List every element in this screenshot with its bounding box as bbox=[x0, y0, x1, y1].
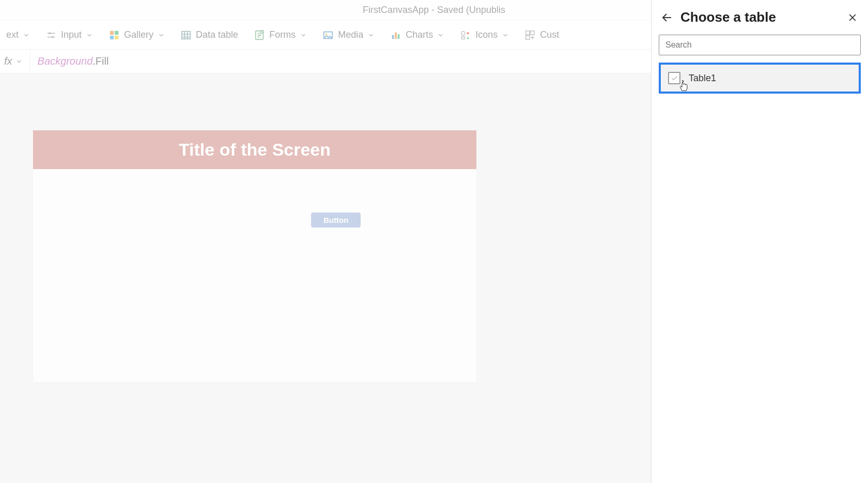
svg-rect-5 bbox=[115, 35, 118, 39]
addin-icon bbox=[524, 29, 536, 41]
svg-rect-3 bbox=[115, 31, 118, 34]
svg-point-15 bbox=[467, 32, 469, 34]
chevron-down-icon bbox=[300, 32, 307, 39]
screen-body[interactable]: Button bbox=[33, 169, 476, 382]
table-checkbox[interactable] bbox=[668, 72, 680, 84]
svg-rect-19 bbox=[526, 35, 530, 39]
choose-table-panel: Choose a table Table1 bbox=[651, 0, 868, 483]
app-title-text: FirstCanvasApp - Saved (Unpublis bbox=[363, 5, 505, 16]
toolbar-icons-dropdown[interactable]: Icons bbox=[458, 26, 511, 44]
chevron-down-icon bbox=[23, 32, 30, 39]
toolbar-input-dropdown[interactable]: Input bbox=[43, 26, 95, 44]
formula-object: Background bbox=[38, 55, 93, 67]
toolbar-data-table[interactable]: Data table bbox=[178, 26, 240, 44]
svg-rect-6 bbox=[182, 31, 191, 39]
svg-rect-4 bbox=[110, 35, 114, 39]
toolbar-text-label: ext bbox=[6, 29, 19, 40]
formula-property: .Fill bbox=[92, 55, 109, 67]
formula-text[interactable]: Background.Fill bbox=[38, 55, 109, 68]
svg-rect-16 bbox=[462, 36, 465, 39]
svg-point-10 bbox=[326, 33, 328, 35]
close-button[interactable] bbox=[845, 10, 860, 25]
svg-point-14 bbox=[461, 31, 465, 35]
canvas-button[interactable]: Button bbox=[311, 213, 361, 228]
screen-title-bar[interactable]: Title of the Screen bbox=[33, 130, 476, 169]
toolbar-gallery-label: Gallery bbox=[124, 29, 153, 40]
toolbar-forms-dropdown[interactable]: Forms bbox=[252, 26, 309, 44]
toolbar-media-dropdown[interactable]: Media bbox=[320, 26, 377, 44]
svg-rect-2 bbox=[110, 31, 114, 34]
form-icon bbox=[254, 29, 265, 41]
image-icon bbox=[322, 29, 334, 41]
chevron-down-icon bbox=[158, 32, 165, 39]
fx-label[interactable]: fx bbox=[4, 50, 30, 73]
fx-text: fx bbox=[4, 55, 12, 67]
app-screen[interactable]: Title of the Screen Button bbox=[33, 130, 476, 382]
toolbar-input-label: Input bbox=[61, 29, 82, 40]
check-icon bbox=[670, 74, 678, 82]
toolbar-data-table-label: Data table bbox=[196, 29, 238, 40]
table-option-label: Table1 bbox=[689, 73, 716, 84]
back-button[interactable] bbox=[660, 10, 674, 25]
chevron-down-icon bbox=[86, 32, 93, 39]
toolbar-media-label: Media bbox=[338, 29, 363, 40]
panel-header: Choose a table bbox=[659, 7, 861, 35]
toolbar-charts-label: Charts bbox=[406, 29, 433, 40]
toolbar-gallery-dropdown[interactable]: Gallery bbox=[106, 26, 167, 44]
table-icon bbox=[180, 29, 192, 41]
chevron-down-icon bbox=[16, 58, 23, 65]
toolbar-custom[interactable]: Cust bbox=[522, 26, 561, 44]
screen-title-text: Title of the Screen bbox=[179, 140, 331, 159]
slider-icon bbox=[45, 29, 57, 41]
svg-rect-11 bbox=[392, 35, 394, 39]
svg-point-1 bbox=[52, 36, 54, 38]
mouse-cursor-icon bbox=[679, 80, 690, 93]
panel-title: Choose a table bbox=[680, 9, 839, 25]
svg-rect-17 bbox=[526, 31, 530, 34]
toolbar-icons-label: Icons bbox=[475, 29, 498, 40]
svg-rect-13 bbox=[398, 34, 400, 39]
table-option[interactable]: Table1 bbox=[659, 63, 861, 94]
chevron-down-icon bbox=[367, 32, 375, 39]
arrow-left-icon bbox=[661, 11, 673, 24]
svg-point-0 bbox=[49, 32, 51, 34]
toolbar-forms-label: Forms bbox=[269, 29, 296, 40]
svg-rect-12 bbox=[395, 32, 397, 39]
svg-rect-18 bbox=[531, 31, 534, 34]
toolbar-charts-dropdown[interactable]: Charts bbox=[388, 26, 446, 44]
bar-chart-icon bbox=[390, 29, 401, 41]
shapes-icon bbox=[460, 29, 471, 41]
table-search-input[interactable] bbox=[659, 35, 861, 55]
toolbar-custom-label: Cust bbox=[540, 29, 559, 40]
chevron-down-icon bbox=[437, 32, 444, 39]
table-list: Table1 bbox=[659, 63, 861, 94]
gallery-icon bbox=[109, 29, 120, 41]
chevron-down-icon bbox=[502, 32, 509, 39]
toolbar-text-dropdown[interactable]: ext bbox=[4, 26, 32, 43]
close-icon bbox=[847, 12, 858, 23]
